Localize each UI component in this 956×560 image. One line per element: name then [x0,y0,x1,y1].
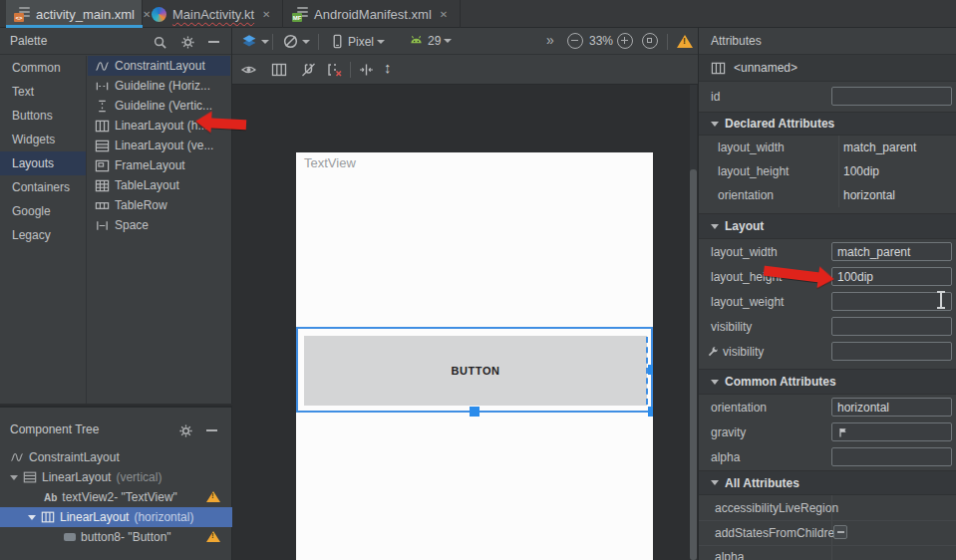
palette-title: Palette [0,34,47,48]
canvas-textview[interactable]: TextView [304,155,356,170]
palette-item-space[interactable]: Space [88,215,230,235]
tree-node-button8[interactable]: button8- "Button" [0,527,232,547]
palette-item-tablerow[interactable]: TableRow [88,195,230,215]
tools-visibility-field[interactable] [831,342,952,361]
zoom-out-button[interactable] [567,33,583,49]
gear-icon[interactable] [177,422,193,438]
resize-handle-bottom[interactable] [470,407,479,417]
palette-item-guideline-horizontal[interactable]: Guideline (Horiz... [88,76,230,96]
zoom-to-fit-button[interactable] [642,33,658,49]
orientation-field[interactable]: horizontal [831,398,952,417]
selected-component-row: <unnamed> [699,55,956,82]
palette-item-constraintlayout[interactable]: ConstraintLayout [88,56,230,76]
device-selector[interactable]: Pixel [330,33,385,50]
expand-arrow-icon[interactable] [28,515,36,520]
attr-row: alpha [699,444,956,469]
layers-icon [240,33,258,50]
selection-rectangle[interactable] [296,327,653,413]
magnet-off-icon [300,62,317,78]
resize-handle-right[interactable] [648,365,653,375]
tab-androidmanifest-xml[interactable]: MF AndroidManifest.xml ✕ [284,0,461,28]
close-icon[interactable]: ✕ [262,9,270,20]
overflow-actions[interactable]: » [546,32,554,48]
orientation-selector[interactable] [282,33,310,50]
expand-vertical-button[interactable]: ↕ [384,59,392,76]
attr-value[interactable]: match_parent [843,140,916,154]
component-tree-title: Component Tree [0,422,99,436]
attr-row: visibility [699,314,956,339]
tree-node-textview2[interactable]: Ab textView2- "TextView" [0,487,232,507]
indeterminate-checkbox[interactable] [833,525,847,539]
linearlayout-mode-button[interactable] [271,62,287,78]
layout-xml-file-icon: <> [14,6,30,22]
orientation-icon [282,33,299,50]
chevron-down-icon [377,40,385,44]
palette-category-google[interactable]: Google [0,199,86,223]
search-icon[interactable] [152,34,167,50]
palette-category-text[interactable]: Text [0,80,86,104]
attr-value[interactable]: horizontal [843,188,895,202]
attr-row: layout_width match_parent [699,239,956,264]
tree-node-linearlayout-horizontal[interactable]: LinearLayout(horizontal) [0,507,232,527]
gravity-field[interactable] [831,422,952,441]
view-options-button[interactable] [240,62,257,78]
palette-item-linearlayout-vertical[interactable]: LinearLayout (ve... [88,136,230,155]
id-field[interactable] [831,87,952,106]
palette-category-common[interactable]: Common [0,56,86,80]
design-surface-selector[interactable] [240,33,269,50]
layout-height-field[interactable]: 100dip [831,267,952,286]
attr-row: alpha [699,545,956,560]
layout-weight-field[interactable] [831,292,952,311]
palette-items: ConstraintLayout Guideline (Horiz... Gui… [88,56,230,404]
design-toolbar: Pixel 29 » 33% [232,28,698,55]
id-row: id [699,82,956,112]
palette-item-tablelayout[interactable]: TableLayout [88,175,230,195]
palette-category-containers[interactable]: Containers [0,175,86,199]
hide-panel-icon[interactable] [203,422,219,438]
component-tree-header: Component Tree [0,416,231,443]
design-scrollbar-thumb[interactable] [690,169,697,560]
api-version-selector[interactable]: 29 [408,33,452,48]
section-layout[interactable]: Layout [699,213,956,239]
tab-activity-main-xml[interactable]: <> activity_main.xml ✕ [6,0,143,28]
warnings-errors-button[interactable] [677,35,693,48]
distribute-horizontal-button[interactable] [358,62,375,78]
attr-row: addStatesFromChildren [699,520,956,545]
section-declared-attributes[interactable]: Declared Attributes [699,112,956,136]
tab-mainactivity-kt[interactable]: MainActivity.kt ✕ [144,0,283,28]
constraintlayout-icon [95,59,110,74]
tree-node-linearlayout-vertical[interactable]: LinearLayout(vertical) [0,467,232,487]
palette-category-layouts[interactable]: Layouts [0,151,86,175]
gear-icon[interactable] [179,34,195,50]
palette-category-legacy[interactable]: Legacy [0,223,86,247]
tree-node-constraintlayout[interactable]: ConstraintLayout [0,447,232,467]
guideline-vertical-icon [95,99,110,114]
section-all-attributes[interactable]: All Attributes [699,470,956,495]
wrench-icon [707,345,720,358]
visibility-field[interactable] [831,317,952,336]
hide-panel-icon[interactable] [205,34,221,50]
api-level-label: 29 [428,34,441,48]
warning-icon [206,531,220,542]
palette-category-buttons[interactable]: Buttons [0,104,86,128]
chevron-down-icon [444,39,452,43]
close-icon[interactable]: ✕ [440,9,448,20]
alpha-field[interactable] [831,447,952,466]
palette-categories: Common Text Buttons Widgets Layouts Cont… [0,56,87,404]
layout-width-field[interactable]: match_parent [831,242,952,261]
expand-arrow-icon[interactable] [10,475,18,480]
linearlayout-vertical-icon [23,470,37,484]
attr-row: layout_height 100dip [699,159,956,183]
attr-value[interactable]: 100dip [843,164,879,178]
resize-handle-bottom-right[interactable] [648,407,653,417]
warning-icon [206,491,220,502]
palette-category-widgets[interactable]: Widgets [0,128,86,151]
autoconnect-off-button[interactable] [300,62,317,78]
section-common-attributes[interactable]: Common Attributes [699,369,956,395]
zoom-in-button[interactable] [617,33,633,49]
attr-row: orientation horizontal [699,395,956,420]
palette-item-framelayout[interactable]: FrameLayout [88,155,230,175]
resize-vertical-icon: ↕ [384,59,392,76]
kotlin-file-icon [152,7,166,22]
clear-constraints-button[interactable] [326,62,344,78]
